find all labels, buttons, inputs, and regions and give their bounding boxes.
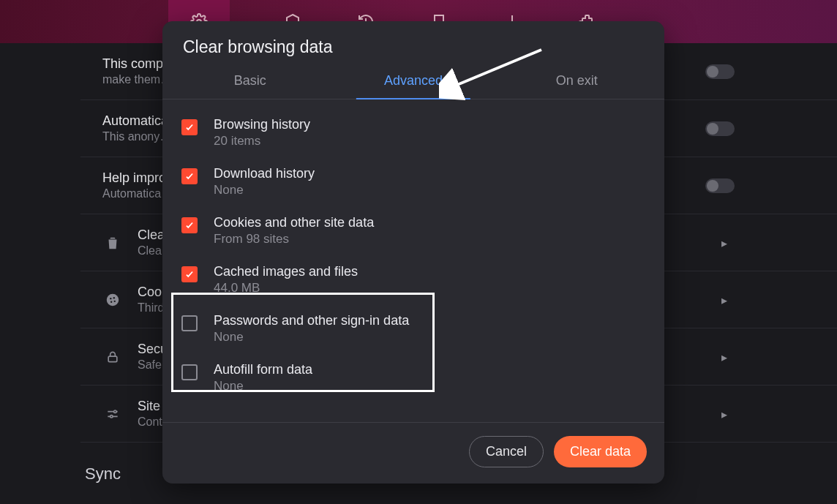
option-sub: 44.0 MB [214, 281, 358, 296]
dialog-title: Clear browsing data [162, 21, 664, 64]
tab-advanced[interactable]: Advanced [331, 64, 495, 99]
option-passwords: Passwords and other sign-in data None [179, 309, 648, 358]
checkbox-cache[interactable] [181, 266, 198, 282]
checkbox-autofill[interactable] [181, 364, 198, 380]
option-cookies: Cookies and other site data From 98 site… [179, 211, 648, 260]
option-label: Cookies and other site data [214, 215, 374, 230]
checkbox-browsing-history[interactable] [181, 119, 198, 135]
dialog-body: Browsing history 20 items Download histo… [162, 99, 664, 422]
modal-backdrop: Clear browsing data Basic Advanced On ex… [0, 0, 837, 504]
option-label: Autofill form data [214, 362, 312, 377]
checkbox-cookies[interactable] [181, 217, 198, 233]
option-label: Browsing history [214, 117, 310, 132]
option-label: Download history [214, 166, 315, 181]
checkbox-download-history[interactable] [181, 168, 198, 184]
tab-basic[interactable]: Basic [168, 64, 331, 99]
cancel-button[interactable]: Cancel [469, 436, 544, 467]
option-sub: 20 items [214, 134, 310, 148]
clear-data-button[interactable]: Clear data [554, 436, 647, 467]
option-label: Cached images and files [214, 264, 358, 279]
option-sub: None [214, 379, 312, 394]
option-browsing-history: Browsing history 20 items [179, 113, 648, 162]
dialog-footer: Cancel Clear data [162, 422, 664, 484]
option-sub: None [214, 330, 409, 345]
dialog-tabs: Basic Advanced On exit [162, 64, 664, 99]
checkbox-passwords[interactable] [181, 315, 198, 331]
option-download-history: Download history None [179, 162, 648, 211]
option-cache: Cached images and files 44.0 MB [179, 260, 648, 309]
clear-browsing-data-dialog: Clear browsing data Basic Advanced On ex… [162, 21, 664, 484]
option-label: Passwords and other sign-in data [214, 313, 409, 328]
option-sub: From 98 sites [214, 232, 374, 247]
option-autofill: Autofill form data None [179, 358, 648, 407]
tab-on-exit[interactable]: On exit [495, 64, 658, 99]
option-sub: None [214, 183, 315, 198]
